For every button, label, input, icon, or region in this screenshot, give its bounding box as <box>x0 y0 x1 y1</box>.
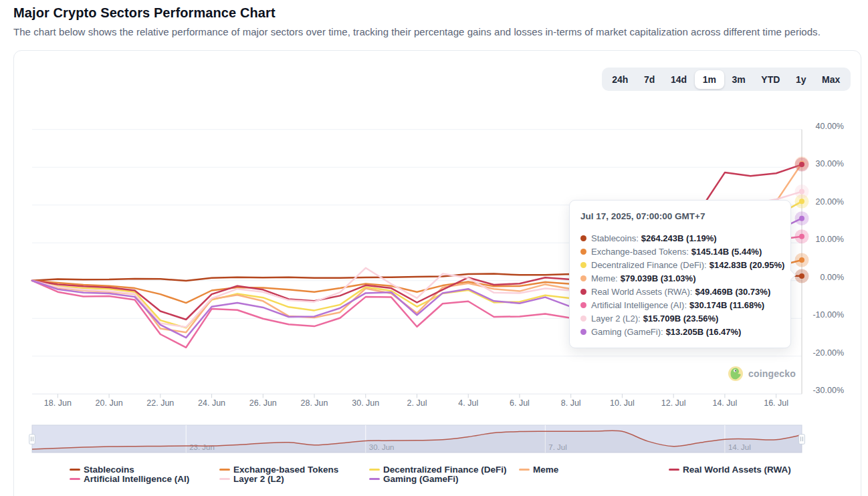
series-dot-icon <box>580 235 586 241</box>
tooltip-row: Meme:$79.039B (31.03%) <box>580 271 780 285</box>
series-dot-icon <box>580 329 586 335</box>
tooltip-series-value: $142.83B (20.95%) <box>710 260 785 270</box>
legend-item-exchange-based-tokens[interactable]: Exchange-based Tokens <box>219 465 338 475</box>
legend-dash-icon <box>219 478 230 480</box>
page-title: Major Crypto Sectors Performance Chart <box>13 5 276 21</box>
y-axis-label: 30.00% <box>816 159 844 168</box>
tooltip-series-value: $30.174B (11.68%) <box>689 300 764 310</box>
tooltip-row: Decentralized Finance (DeFi):$142.83B (2… <box>580 258 780 271</box>
legend-dash-icon <box>519 469 530 471</box>
series-dot-icon <box>580 262 586 268</box>
tooltip-series-name: Stablecoins: <box>591 233 639 243</box>
tooltip-row: Exchange-based Tokens:$145.14B (5.44%) <box>580 245 780 258</box>
series-dot-icon <box>580 249 586 255</box>
watermark-label: coingecko <box>748 368 796 379</box>
series-marker <box>799 273 804 279</box>
series-marker <box>799 257 804 263</box>
legend-item-stablecoins[interactable]: Stablecoins <box>70 465 134 475</box>
y-axis-label: -30.00% <box>812 386 844 395</box>
legend-label: Layer 2 (L2) <box>233 474 284 484</box>
tooltip-rows: Stablecoins:$264.243B (1.19%)Exchange-ba… <box>580 231 780 338</box>
y-axis-label: -10.00% <box>812 310 844 320</box>
x-axis-label: 14. Jul <box>712 398 737 408</box>
legend-item-decentralized-finance-defi[interactable]: Decentralized Finance (DeFi) <box>369 465 507 475</box>
legend-item-artificial-intelligence-ai[interactable]: Artificial Intelligence (AI) <box>70 474 189 484</box>
tooltip-row: Gaming (GameFi):$13.205B (16.47%) <box>580 325 780 338</box>
x-axis-label: 10. Jul <box>610 398 635 408</box>
y-axis-label: 0.00% <box>821 273 844 282</box>
navigator-handle-grip-box <box>799 435 805 445</box>
x-axis-label: 20. Jun <box>96 398 123 408</box>
series-dot-icon <box>580 302 586 308</box>
tooltip-series-name: Real World Assets (RWA): <box>591 287 692 297</box>
legend-label: Artificial Intelligence (AI) <box>84 474 189 484</box>
coingecko-watermark: coingecko <box>728 366 796 381</box>
x-axis-label: 18. Jun <box>44 398 72 408</box>
series-dot-icon <box>580 316 586 322</box>
x-axis-label: 24. Jun <box>198 398 225 408</box>
legend-dash-icon <box>70 469 80 471</box>
x-axis-label: 4. Jul <box>458 398 478 408</box>
legend-label: Decentralized Finance (DeFi) <box>383 465 507 475</box>
x-axis-label: 28. Jun <box>301 398 328 408</box>
legend-label: Exchange-based Tokens <box>233 465 338 475</box>
x-axis-label: 26. Jun <box>249 398 277 408</box>
navigator-handle-grip-box <box>29 435 35 445</box>
legend-dash-icon <box>369 469 380 471</box>
legend-dash-icon <box>219 469 230 471</box>
page-subtitle: The chart below shows the relative perfo… <box>13 26 821 37</box>
legend-dash-icon <box>70 478 80 480</box>
x-axis-label: 30. Jun <box>352 398 379 408</box>
legend-label: Meme <box>533 465 558 475</box>
tooltip-series-name: Gaming (GameFi): <box>591 327 663 337</box>
tooltip-row: Stablecoins:$264.243B (1.19%) <box>580 231 780 245</box>
tooltip-series-value: $15.709B (23.56%) <box>643 314 719 324</box>
navigator-handle-left[interactable] <box>29 435 35 445</box>
tooltip-date: Jul 17, 2025, 07:00:00 GMT+7 <box>580 211 780 221</box>
chart-card: 24h7d14d1m3mYTD1yMax 40.00%30.00%20.00%1… <box>13 50 861 496</box>
legend-item-meme[interactable]: Meme <box>519 465 558 475</box>
tooltip-series-name: Exchange-based Tokens: <box>591 247 689 257</box>
legend-label: Gaming (GameFi) <box>383 474 459 484</box>
tooltip-row: Real World Assets (RWA):$49.469B (30.73%… <box>580 285 780 298</box>
legend-label: Stablecoins <box>84 465 134 475</box>
navigator-handle-right[interactable] <box>799 435 805 445</box>
tooltip-series-name: Decentralized Finance (DeFi): <box>591 260 707 270</box>
x-axis-label: 6. Jul <box>510 398 530 408</box>
x-axis-label: 16. Jul <box>764 398 788 408</box>
series-marker <box>799 162 804 167</box>
legend-label: Real World Assets (RWA) <box>683 465 791 475</box>
y-axis-label: 20.00% <box>816 197 844 207</box>
tooltip-series-value: $49.469B (30.73%) <box>695 287 770 297</box>
series-marker <box>799 199 804 204</box>
tooltip-series-name: Artificial Intelligence (AI): <box>591 300 687 310</box>
y-axis-label: 40.00% <box>816 122 844 131</box>
legend-item-real-world-assets-rwa[interactable]: Real World Assets (RWA) <box>669 465 791 475</box>
x-axis-label: 2. Jul <box>407 398 427 408</box>
series-marker <box>799 216 804 221</box>
coingecko-icon <box>728 366 743 381</box>
legend-item-layer-2-l2[interactable]: Layer 2 (L2) <box>219 474 284 484</box>
tooltip-series-value: $13.205B (16.47%) <box>666 327 742 337</box>
y-axis-label: -20.00% <box>812 348 844 358</box>
y-axis-label: 10.00% <box>816 235 844 244</box>
tooltip-series-name: Layer 2 (L2): <box>591 314 641 324</box>
chart-tooltip: Jul 17, 2025, 07:00:00 GMT+7 Stablecoins… <box>569 200 791 348</box>
legend-item-gaming-gamefi[interactable]: Gaming (GameFi) <box>369 474 459 484</box>
x-axis-label: 8. Jul <box>561 398 581 408</box>
legend-dash-icon <box>669 469 679 471</box>
tooltip-series-value: $145.14B (5.44%) <box>691 247 762 257</box>
x-axis-label: 12. Jul <box>661 398 686 408</box>
series-dot-icon <box>580 275 586 281</box>
tooltip-row: Artificial Intelligence (AI):$30.174B (1… <box>580 298 780 312</box>
gecko-pupil <box>735 370 736 372</box>
tooltip-series-name: Meme: <box>591 273 618 283</box>
tooltip-row: Layer 2 (L2):$15.709B (23.56%) <box>580 312 780 325</box>
series-marker <box>799 189 804 195</box>
x-axis-label: 22. Jun <box>146 398 174 408</box>
legend-dash-icon <box>369 478 380 480</box>
series-marker <box>799 234 804 239</box>
tooltip-series-value: $264.243B (1.19%) <box>641 233 717 243</box>
tooltip-series-value: $79.039B (31.03%) <box>621 273 696 283</box>
series-dot-icon <box>580 289 586 295</box>
